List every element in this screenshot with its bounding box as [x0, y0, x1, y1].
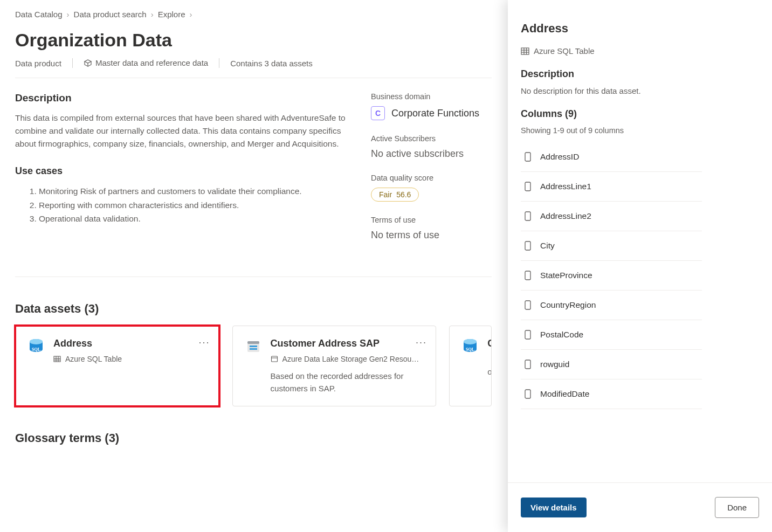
cube-icon — [84, 59, 92, 67]
description-heading: Description — [15, 92, 349, 104]
panel-columns-subtext: Showing 1-9 out of 9 columns — [521, 126, 702, 135]
done-button[interactable]: Done — [715, 497, 759, 518]
svg-rect-28 — [525, 360, 530, 369]
divider — [72, 58, 73, 68]
svg-rect-27 — [525, 330, 530, 339]
asset-count: Contains 3 data assets — [230, 59, 313, 68]
subscribers-label: Active Subscribers — [371, 134, 492, 143]
breadcrumb-item[interactable]: Data product search — [74, 10, 147, 19]
svg-rect-23 — [525, 212, 530, 220]
column-icon — [524, 389, 532, 399]
column-icon — [524, 211, 532, 221]
panel-description-heading: Description — [521, 68, 702, 80]
details-side-panel: Address Azure SQL Table Description No d… — [508, 0, 772, 532]
details-section: Description This data is compiled from e… — [15, 92, 492, 277]
column-item[interactable]: CountryRegion — [521, 291, 702, 320]
column-item[interactable]: AddressLine1 — [521, 172, 702, 202]
assets-row: ··· SQL Address Azure SQL Table — [15, 326, 492, 406]
terms-label: Terms of use — [371, 216, 492, 224]
column-icon — [524, 271, 532, 280]
svg-point-14 — [464, 339, 477, 344]
domain-initial-badge: C — [371, 106, 385, 120]
svg-rect-10 — [250, 346, 257, 347]
sql-database-icon: SQL — [461, 338, 479, 355]
svg-rect-12 — [271, 356, 277, 362]
column-icon — [524, 241, 532, 251]
panel-columns-heading: Columns (9) — [521, 108, 702, 120]
svg-rect-24 — [525, 241, 530, 250]
svg-rect-11 — [250, 348, 257, 350]
column-icon — [524, 300, 532, 310]
svg-rect-25 — [525, 271, 530, 280]
subscribers-value: No active subscribers — [371, 148, 492, 160]
use-cases-list: Monitoring Risk of partners and customer… — [15, 184, 349, 226]
sql-database-icon: SQL — [27, 338, 45, 355]
use-case-item: Operational data validation. — [39, 212, 349, 226]
asset-type-label: Azure Data Lake Storage Gen2 Resou… — [282, 355, 419, 363]
quality-score-pill[interactable]: Fair 56.6 — [371, 188, 419, 202]
view-details-button[interactable]: View details — [521, 498, 587, 517]
column-item[interactable]: AddressLine2 — [521, 202, 702, 231]
table-icon — [521, 47, 529, 55]
column-icon — [524, 152, 532, 162]
column-item[interactable]: PostalCode — [521, 320, 702, 350]
panel-footer: View details Done — [508, 482, 772, 532]
use-case-item: Monitoring Risk of partners and customer… — [39, 184, 349, 198]
asset-name: Address — [53, 338, 207, 349]
domain-name: Corporate Functions — [391, 108, 479, 119]
chevron-right-icon: › — [151, 10, 154, 19]
quality-score: 56.6 — [396, 190, 411, 199]
column-item[interactable]: rowguid — [521, 350, 702, 379]
asset-card-customer-address-sap[interactable]: ··· Customer Address SAP Azure Data Lake… — [232, 326, 437, 406]
svg-rect-16 — [521, 48, 529, 54]
panel-title: Address — [521, 22, 702, 36]
column-icon — [524, 330, 532, 340]
breadcrumb-item[interactable]: Data Catalog — [15, 10, 63, 19]
column-item[interactable]: ModifiedDate — [521, 379, 702, 409]
breadcrumb: Data Catalog › Data product search › Exp… — [15, 10, 492, 19]
product-kind: Data product — [15, 59, 61, 68]
svg-rect-9 — [247, 341, 259, 344]
svg-text:SQL: SQL — [32, 347, 40, 352]
page-title: Organization Data — [15, 30, 492, 51]
business-domain-chip[interactable]: C Corporate Functions — [371, 106, 492, 120]
svg-rect-21 — [525, 153, 530, 161]
svg-rect-3 — [54, 356, 60, 362]
svg-text:SQL: SQL — [466, 347, 474, 352]
chevron-right-icon: › — [67, 10, 70, 19]
glossary-heading: Glossary terms (3) — [15, 431, 492, 445]
column-item[interactable]: City — [521, 231, 702, 261]
quality-label: Data quality score — [371, 174, 492, 182]
svg-rect-22 — [525, 182, 530, 191]
asset-name: Customer Address SAP — [271, 338, 424, 349]
asset-card-address[interactable]: ··· SQL Address Azure SQL Table — [15, 326, 219, 406]
columns-list: AddressID AddressLine1 AddressLine2 City… — [521, 142, 702, 409]
table-icon — [53, 355, 61, 363]
meta-row: Data product Master data and reference d… — [15, 58, 492, 78]
terms-value: No terms of use — [371, 230, 492, 241]
column-item[interactable]: AddressID — [521, 142, 702, 172]
classification: Master data and reference data — [84, 58, 208, 68]
panel-description-text: No description for this data asset. — [521, 86, 702, 95]
divider — [219, 58, 219, 68]
use-case-item: Reporting with common characteristics an… — [39, 198, 349, 212]
description-text: This data is compiled from external sour… — [15, 112, 349, 150]
use-cases-heading: Use cases — [15, 165, 349, 177]
breadcrumb-item[interactable]: Explore — [158, 10, 185, 19]
column-icon — [524, 360, 532, 369]
column-item[interactable]: StateProvince — [521, 261, 702, 291]
card-menu-icon[interactable]: ··· — [416, 337, 427, 348]
panel-asset-type: Azure SQL Table — [521, 46, 702, 56]
business-domain-label: Business domain — [371, 92, 492, 101]
datalake-icon — [245, 338, 262, 355]
assets-heading: Data assets (3) — [15, 302, 492, 316]
card-menu-icon[interactable]: ··· — [199, 337, 210, 348]
svg-rect-26 — [525, 301, 530, 309]
asset-card-partial[interactable]: SQL C… o… — [449, 326, 492, 406]
main-content: Data Catalog › Data product search › Exp… — [0, 0, 507, 532]
svg-rect-29 — [525, 390, 530, 398]
asset-type-label: Azure SQL Table — [65, 355, 122, 363]
quality-rating: Fair — [379, 190, 392, 199]
chevron-right-icon: › — [190, 10, 192, 19]
asset-description: Based on the recorded addresses for cust… — [271, 370, 424, 395]
